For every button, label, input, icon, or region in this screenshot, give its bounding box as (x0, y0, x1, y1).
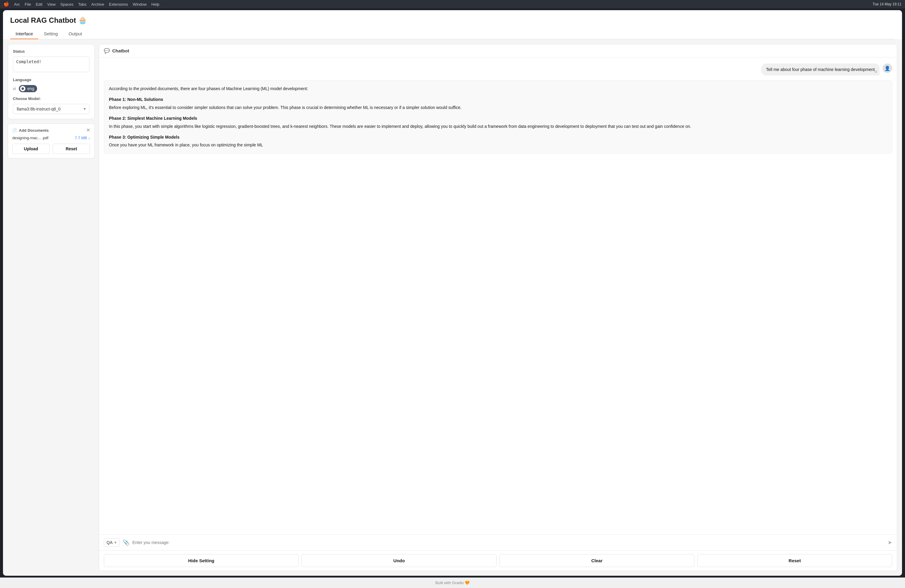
phase-1: Phase 1: Non-ML Solutions Before explori… (109, 96, 887, 111)
docs-title-row: 📄 Add Documents (12, 128, 49, 133)
tabs-bar: Interface Setting Output (10, 29, 895, 39)
reset-button[interactable]: Reset (697, 554, 892, 567)
menubar: 🍎 Arc File Edit View Spaces Tabs Archive… (0, 0, 905, 8)
mode-label: QA (106, 540, 113, 545)
arc-menu[interactable]: Arc (14, 2, 20, 6)
user-bubble: Tell me about four phase of machine lear… (761, 64, 880, 75)
main-content: Status Language vi eng (3, 39, 902, 576)
language-section: Language vi eng (13, 78, 89, 92)
status-label: Status (13, 49, 89, 54)
send-icon[interactable]: ➤ (888, 539, 892, 546)
phase-1-title: Phase 1: Non-ML Solutions (109, 96, 887, 103)
mode-selector[interactable]: QA ▼ (104, 538, 120, 547)
archive-menu[interactable]: Archive (91, 2, 104, 6)
docs-title: Add Documents (19, 128, 49, 133)
lang-eng: eng (27, 86, 34, 91)
copy-icon[interactable]: ⧉ (875, 70, 877, 74)
model-section: Choose Model: llama3:8b-instruct-q8_0 ▼ (13, 96, 89, 114)
toggle-dot-inner (22, 87, 24, 90)
file-row: designing-mac... .pdf 7.7 MB ↓ (12, 136, 90, 140)
document-icon: 📄 (12, 128, 17, 133)
footer-text: Built with Gradio 🧡 (435, 580, 470, 585)
input-area: QA ▼ 📎 ➤ (99, 534, 897, 550)
view-menu[interactable]: View (47, 2, 56, 6)
chatbot-panel: 💬 Chatbot Tell me about four phase of ma… (99, 44, 897, 571)
edit-menu[interactable]: Edit (36, 2, 42, 6)
lang-vi[interactable]: vi (13, 86, 16, 91)
left-panel: Status Language vi eng (8, 44, 95, 571)
undo-button[interactable]: Undo (302, 554, 497, 567)
chatbot-title: Chatbot (112, 48, 129, 53)
status-textarea[interactable] (13, 57, 89, 72)
docs-actions: Upload Reset (12, 144, 90, 154)
window-menu[interactable]: Window (133, 2, 147, 6)
file-menu[interactable]: File (25, 2, 31, 6)
phase-3-content: Once you have your ML framework in place… (109, 143, 263, 147)
menubar-time: Tue 14 May 19:11 (873, 2, 902, 6)
assistant-intro: According to the provided documents, the… (109, 85, 887, 92)
help-menu[interactable]: Help (151, 2, 159, 6)
phase-3-title: Phase 3: Optimizing Simple Models (109, 134, 887, 140)
status-card: Status Language vi eng (8, 44, 95, 119)
assistant-message: According to the provided documents, the… (104, 80, 892, 154)
tab-interface[interactable]: Interface (10, 29, 38, 39)
reset-docs-button[interactable]: Reset (53, 144, 90, 154)
chatbot-icon: 💬 (104, 48, 110, 54)
documents-card: 📄 Add Documents ✕ designing-mac... .pdf … (8, 123, 95, 158)
model-select-wrapper: llama3:8b-instruct-q8_0 ▼ (13, 104, 89, 114)
language-label: Language (13, 78, 89, 82)
toggle-dot (20, 86, 25, 91)
app-title: Local RAG Chatbot 🧁 (10, 16, 895, 25)
model-label: Choose Model: (13, 96, 89, 101)
spaces-menu[interactable]: Spaces (60, 2, 73, 6)
chatbot-header: 💬 Chatbot (99, 44, 897, 57)
phase-1-content: Before exploring ML, it's essential to c… (109, 105, 462, 110)
chat-area[interactable]: Tell me about four phase of machine lear… (99, 57, 897, 534)
chevron-down-icon: ▼ (114, 541, 117, 544)
user-message-text: Tell me about four phase of machine lear… (766, 67, 875, 72)
language-toggle-button[interactable]: eng (19, 85, 37, 92)
message-input[interactable] (132, 540, 884, 545)
phase-2-content: In this phase, you start with simple alg… (109, 124, 691, 129)
model-select[interactable]: llama3:8b-instruct-q8_0 (13, 104, 89, 114)
file-name: designing-mac... .pdf (12, 136, 49, 140)
file-size: 7.7 MB ↓ (75, 136, 90, 140)
bottom-actions: Hide Setting Undo Clear Reset (99, 550, 897, 571)
phase-3: Phase 3: Optimizing Simple Models Once y… (109, 134, 887, 148)
footer: Built with Gradio 🧡 (0, 577, 905, 588)
tab-setting[interactable]: Setting (38, 29, 63, 39)
upload-button[interactable]: Upload (12, 144, 50, 154)
phase-2-title: Phase 2: Simplest Machine Learning Model… (109, 115, 887, 122)
user-message-row: Tell me about four phase of machine lear… (104, 64, 892, 75)
phase-2: Phase 2: Simplest Machine Learning Model… (109, 115, 887, 130)
tabs-menu[interactable]: Tabs (78, 2, 86, 6)
attach-icon[interactable]: 📎 (123, 539, 129, 546)
app-header: Local RAG Chatbot 🧁 Interface Setting Ou… (3, 10, 902, 39)
app-container: Local RAG Chatbot 🧁 Interface Setting Ou… (3, 10, 902, 576)
user-icon: 👤 (884, 65, 890, 71)
apple-menu[interactable]: 🍎 (3, 2, 9, 7)
avatar: 👤 (883, 64, 892, 73)
hide-setting-button[interactable]: Hide Setting (104, 554, 298, 567)
clear-button[interactable]: Clear (500, 554, 694, 567)
extensions-menu[interactable]: Extensions (109, 2, 128, 6)
language-toggle: vi eng (13, 85, 89, 92)
close-button[interactable]: ✕ (86, 128, 90, 133)
tab-output[interactable]: Output (63, 29, 87, 39)
docs-header: 📄 Add Documents ✕ (12, 128, 90, 133)
